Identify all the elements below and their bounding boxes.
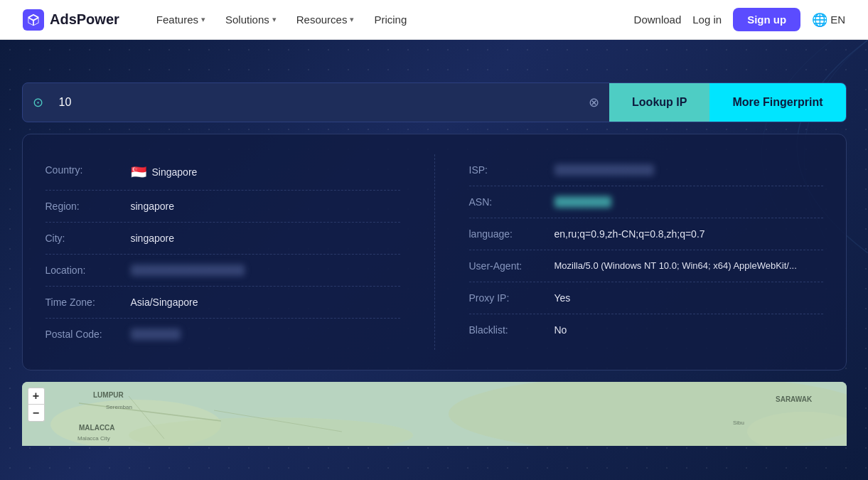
nav-pricing[interactable]: Pricing bbox=[365, 9, 415, 30]
asn-blurred bbox=[554, 196, 611, 208]
svg-text:Malacca City: Malacca City bbox=[77, 435, 110, 442]
chevron-down-icon: ▾ bbox=[201, 15, 205, 24]
result-asn: ASN: bbox=[469, 186, 823, 218]
svg-text:SARAWAK: SARAWAK bbox=[776, 395, 813, 403]
nav-links: Features ▾ Solutions ▾ Resources ▾ Prici… bbox=[148, 9, 634, 30]
nav-signup-button[interactable]: Sign up bbox=[733, 8, 800, 31]
search-input[interactable] bbox=[53, 96, 579, 109]
result-language: language: en,ru;q=0.9,zh-CN;q=0.8,zh;q=0… bbox=[469, 218, 823, 250]
search-icon-wrap: ⊙ bbox=[23, 95, 53, 110]
nav-language[interactable]: 🌐 EN bbox=[812, 12, 845, 28]
chevron-down-icon: ▾ bbox=[350, 15, 354, 24]
postal-blurred bbox=[131, 329, 181, 340]
more-fingerprint-button[interactable]: More Fingerprint bbox=[709, 82, 845, 122]
logo-text: AdsPower bbox=[50, 11, 119, 28]
nav-right: Download Log in Sign up 🌐 EN bbox=[634, 8, 845, 31]
nav-login[interactable]: Log in bbox=[692, 14, 722, 26]
location-blurred bbox=[131, 265, 245, 276]
result-timezone: Time Zone: Asia/Singapore bbox=[45, 287, 400, 319]
logo-icon bbox=[23, 9, 44, 31]
result-postal: Postal Code: bbox=[45, 319, 400, 350]
map-svg: LUMPUR Seremban MALACCA Malacca City SAR… bbox=[22, 382, 847, 446]
globe-icon: 🌐 bbox=[812, 12, 827, 28]
isp-blurred bbox=[554, 164, 654, 176]
map-zoom-out[interactable]: − bbox=[28, 405, 45, 422]
search-icon: ⊙ bbox=[33, 95, 43, 110]
search-bar: ⊙ ⊗ Lookup IP More Fingerprint bbox=[22, 82, 847, 122]
results-card: Country: 🇸🇬 Singapore Region: singapore … bbox=[22, 134, 847, 370]
result-isp: ISP: bbox=[469, 154, 823, 186]
result-proxy: Proxy IP: Yes bbox=[469, 282, 823, 314]
map-zoom-in[interactable]: + bbox=[28, 388, 45, 405]
result-blacklist: Blacklist: No bbox=[469, 314, 823, 346]
result-region: Region: singapore bbox=[45, 191, 400, 223]
nav-features[interactable]: Features ▾ bbox=[148, 9, 214, 30]
result-country: Country: 🇸🇬 Singapore bbox=[45, 154, 400, 191]
svg-text:MALACCA: MALACCA bbox=[79, 424, 115, 432]
flag-icon: 🇸🇬 bbox=[131, 164, 146, 180]
map-controls: + − bbox=[28, 388, 45, 422]
lookup-ip-button[interactable]: Lookup IP bbox=[609, 82, 709, 122]
nav-solutions[interactable]: Solutions ▾ bbox=[217, 9, 285, 30]
result-city: City: singapore bbox=[45, 223, 400, 255]
results-grid: Country: 🇸🇬 Singapore Region: singapore … bbox=[45, 154, 823, 350]
svg-text:LUMPUR: LUMPUR bbox=[93, 391, 124, 399]
navbar: AdsPower Features ▾ Solutions ▾ Resource… bbox=[0, 0, 868, 40]
main-content: ⊙ ⊗ Lookup IP More Fingerprint Country: … bbox=[0, 40, 868, 480]
right-column: ISP: ASN: language: en,ru;q=0.9,zh-CN;q=… bbox=[434, 154, 823, 350]
chevron-down-icon: ▾ bbox=[272, 15, 277, 24]
nav-download[interactable]: Download bbox=[634, 14, 682, 26]
svg-text:Sibu: Sibu bbox=[733, 420, 744, 426]
nav-resources[interactable]: Resources ▾ bbox=[288, 9, 363, 30]
left-column: Country: 🇸🇬 Singapore Region: singapore … bbox=[45, 154, 434, 350]
result-user-agent: User-Agent: Mozilla/5.0 (Windows NT 10.0… bbox=[469, 250, 823, 282]
map-container: LUMPUR Seremban MALACCA Malacca City SAR… bbox=[22, 382, 847, 446]
logo[interactable]: AdsPower bbox=[23, 9, 119, 31]
clear-button[interactable]: ⊗ bbox=[579, 95, 609, 110]
svg-text:Seremban: Seremban bbox=[106, 404, 132, 410]
result-location: Location: bbox=[45, 255, 400, 287]
